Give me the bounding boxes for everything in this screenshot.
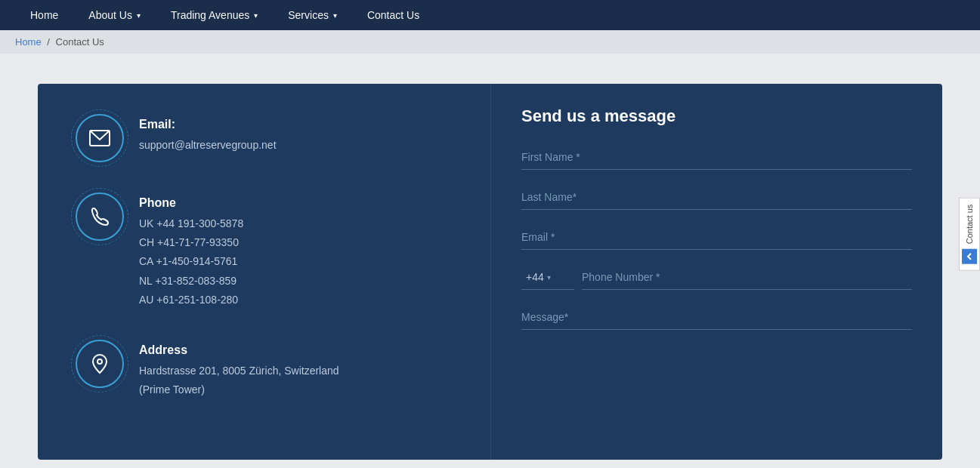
main-area: Email: support@altreservegroup.net Phone… (0, 54, 980, 468)
phone-label: Phone (139, 196, 243, 210)
breadcrumb: Home / Contact Us (0, 30, 980, 54)
nav-contact[interactable]: Contact Us (352, 0, 434, 30)
left-panel: Email: support@altreservegroup.net Phone… (38, 84, 491, 460)
side-tab-icon (962, 248, 977, 263)
phone-lines: UK +44 191-300-5878CH +41-71-77-93350CA … (139, 214, 243, 309)
address-text: Address Hardstrasse 201, 8005 Zürich, Sw… (139, 340, 339, 399)
message-field (521, 305, 912, 330)
nav-trading-label: Trading Avenues (171, 9, 249, 21)
side-tab-label: Contact us (965, 205, 974, 245)
phone-icon (90, 207, 110, 226)
email-value: support@altreservegroup.net (139, 136, 277, 155)
address-line1: Hardstrasse 201, 8005 Zürich, Switzerlan… (139, 365, 339, 377)
email-icon (89, 130, 110, 146)
phone-prefix-value: +44 (526, 271, 544, 283)
first-name-field (521, 145, 912, 170)
last-name-input[interactable] (521, 185, 912, 210)
address-line2: (Prime Tower) (139, 383, 205, 396)
contact-side-tab[interactable]: Contact us (959, 198, 980, 271)
nav-trading[interactable]: Trading Avenues ▾ (156, 0, 273, 30)
address-label: Address (139, 343, 339, 357)
address-icon-circle (76, 340, 124, 388)
phone-text: Phone UK +44 191-300-5878CH +41-71-77-93… (139, 192, 243, 309)
breadcrumb-home-link[interactable]: Home (15, 36, 42, 48)
form-title: Send us a message (521, 106, 912, 126)
last-name-field (521, 185, 912, 210)
email-label: Email: (139, 118, 277, 131)
email-info-item: Email: support@altreservegroup.net (76, 114, 453, 162)
nav-home-label: Home (30, 9, 58, 21)
nav-trading-chevron: ▾ (254, 11, 258, 20)
nav-about-label: About Us (88, 9, 132, 21)
nav-items: Home About Us ▾ Trading Avenues ▾ Servic… (15, 0, 434, 30)
nav-services-chevron: ▾ (333, 11, 337, 20)
nav-about-chevron: ▾ (137, 11, 141, 20)
email-icon-circle (76, 114, 124, 162)
right-panel: Send us a message +44 ▾ (491, 84, 942, 460)
phone-field: +44 ▾ (521, 265, 912, 290)
nav-home[interactable]: Home (15, 0, 73, 30)
address-value: Hardstrasse 201, 8005 Zürich, Switzerlan… (139, 362, 339, 399)
address-info-item: Address Hardstrasse 201, 8005 Zürich, Sw… (76, 340, 453, 399)
email-field (521, 225, 912, 250)
breadcrumb-current: Contact Us (56, 36, 104, 48)
nav-contact-label: Contact Us (367, 9, 419, 21)
phone-prefix-select[interactable]: +44 ▾ (521, 265, 574, 290)
phone-number-input[interactable] (582, 265, 912, 290)
breadcrumb-separator: / (47, 36, 50, 48)
main-nav: Home About Us ▾ Trading Avenues ▾ Servic… (0, 0, 980, 30)
contact-card: Email: support@altreservegroup.net Phone… (38, 84, 942, 460)
svg-point-1 (97, 359, 102, 364)
nav-services-label: Services (288, 9, 329, 21)
phone-info-item: Phone UK +44 191-300-5878CH +41-71-77-93… (76, 192, 453, 309)
nav-services[interactable]: Services ▾ (273, 0, 352, 30)
message-input[interactable] (521, 305, 912, 330)
phone-icon-circle (76, 192, 124, 241)
phone-row: +44 ▾ (521, 265, 912, 290)
location-icon (91, 353, 109, 374)
first-name-input[interactable] (521, 145, 912, 170)
phone-prefix-chevron: ▾ (547, 273, 551, 282)
email-input[interactable] (521, 225, 912, 250)
email-text: Email: support@altreservegroup.net (139, 114, 277, 155)
nav-about[interactable]: About Us ▾ (73, 0, 156, 30)
